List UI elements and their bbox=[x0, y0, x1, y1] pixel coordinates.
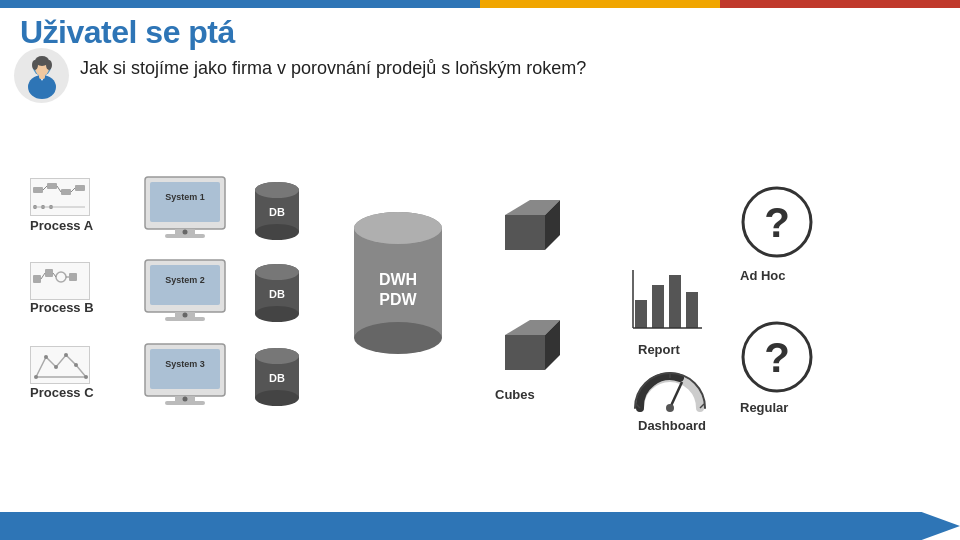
db-cylinder-1: DB bbox=[250, 178, 305, 252]
svg-rect-49 bbox=[165, 401, 205, 405]
dwh-cylinder: DWH PDW bbox=[348, 210, 448, 374]
svg-rect-20 bbox=[33, 275, 41, 283]
svg-text:System 3: System 3 bbox=[165, 359, 205, 369]
svg-line-25 bbox=[53, 273, 56, 277]
cube-top bbox=[490, 185, 570, 269]
svg-rect-37 bbox=[165, 234, 205, 238]
process-a-diagram bbox=[30, 178, 90, 216]
svg-rect-43 bbox=[165, 317, 205, 321]
regular-label: Regular bbox=[740, 400, 788, 415]
svg-rect-11 bbox=[61, 189, 71, 195]
svg-point-65 bbox=[255, 348, 299, 364]
cube-bottom bbox=[490, 305, 570, 389]
svg-marker-77 bbox=[505, 335, 545, 370]
svg-point-45 bbox=[183, 313, 188, 318]
svg-point-64 bbox=[255, 390, 299, 406]
subtitle-text: Jak si stojíme jako firma v porovnání pr… bbox=[80, 58, 586, 79]
svg-point-51 bbox=[183, 397, 188, 402]
svg-line-24 bbox=[41, 273, 45, 279]
svg-line-14 bbox=[57, 186, 61, 192]
dashboard-label: Dashboard bbox=[638, 418, 706, 433]
svg-text:DB: DB bbox=[269, 372, 285, 384]
svg-rect-41 bbox=[150, 265, 220, 305]
report-label: Report bbox=[638, 342, 680, 357]
svg-rect-12 bbox=[75, 185, 85, 191]
regular-icon: ? bbox=[740, 320, 815, 399]
svg-rect-47 bbox=[150, 349, 220, 389]
svg-point-71 bbox=[354, 212, 442, 244]
adhoc-label: Ad Hoc bbox=[740, 268, 786, 283]
svg-point-55 bbox=[255, 182, 299, 198]
svg-point-33 bbox=[84, 375, 88, 379]
db-cylinder-2: DB bbox=[250, 260, 305, 334]
svg-rect-9 bbox=[33, 187, 43, 193]
svg-rect-82 bbox=[669, 275, 681, 328]
bar-red bbox=[720, 0, 960, 8]
svg-line-13 bbox=[43, 186, 47, 190]
cubes-label: Cubes bbox=[495, 387, 535, 402]
bar-orange bbox=[480, 0, 720, 8]
top-color-bar bbox=[0, 0, 960, 8]
process-b-diagram bbox=[30, 262, 90, 300]
svg-rect-81 bbox=[652, 285, 664, 328]
svg-point-22 bbox=[56, 272, 66, 282]
system-3-monitor: System 3 bbox=[140, 342, 230, 411]
dashboard-gauge bbox=[630, 360, 710, 419]
svg-marker-27 bbox=[36, 355, 86, 377]
page-title: Uživatel se ptá bbox=[20, 14, 235, 51]
svg-text:System 1: System 1 bbox=[165, 192, 205, 202]
svg-marker-74 bbox=[505, 215, 545, 250]
svg-text:System 2: System 2 bbox=[165, 275, 205, 285]
svg-point-60 bbox=[255, 264, 299, 280]
process-a-label: Process A bbox=[30, 218, 93, 233]
svg-line-15 bbox=[71, 188, 75, 192]
svg-point-29 bbox=[44, 355, 48, 359]
svg-text:DB: DB bbox=[269, 206, 285, 218]
svg-rect-10 bbox=[47, 183, 57, 189]
svg-point-87 bbox=[666, 404, 674, 412]
avatar bbox=[14, 48, 69, 103]
svg-point-31 bbox=[64, 353, 68, 357]
svg-point-54 bbox=[255, 224, 299, 240]
system-1-monitor: System 1 bbox=[140, 175, 230, 244]
svg-point-30 bbox=[54, 365, 58, 369]
svg-rect-21 bbox=[45, 269, 53, 277]
svg-text:PDW: PDW bbox=[379, 291, 417, 308]
svg-point-59 bbox=[255, 306, 299, 322]
svg-point-28 bbox=[34, 375, 38, 379]
process-b-label: Process B bbox=[30, 300, 94, 315]
db-cylinder-3: DB bbox=[250, 344, 305, 418]
process-c-label: Process C bbox=[30, 385, 94, 400]
system-2-monitor: System 2 bbox=[140, 258, 230, 327]
svg-point-8 bbox=[46, 60, 52, 70]
svg-rect-83 bbox=[686, 292, 698, 328]
svg-rect-23 bbox=[69, 273, 77, 281]
svg-point-39 bbox=[183, 230, 188, 235]
svg-text:?: ? bbox=[764, 334, 790, 381]
svg-point-32 bbox=[74, 363, 78, 367]
svg-line-86 bbox=[670, 382, 682, 408]
svg-point-69 bbox=[354, 322, 442, 354]
svg-text:?: ? bbox=[764, 199, 790, 246]
svg-text:DB: DB bbox=[269, 288, 285, 300]
process-c-diagram bbox=[30, 346, 90, 384]
svg-point-7 bbox=[32, 60, 38, 70]
svg-text:DWH: DWH bbox=[379, 271, 417, 288]
adhoc-icon: ? bbox=[740, 185, 815, 264]
svg-rect-35 bbox=[150, 182, 220, 222]
bar-blue bbox=[0, 0, 480, 8]
svg-rect-80 bbox=[635, 300, 647, 328]
bottom-arrow-bar bbox=[0, 512, 960, 540]
report-chart bbox=[630, 260, 705, 339]
